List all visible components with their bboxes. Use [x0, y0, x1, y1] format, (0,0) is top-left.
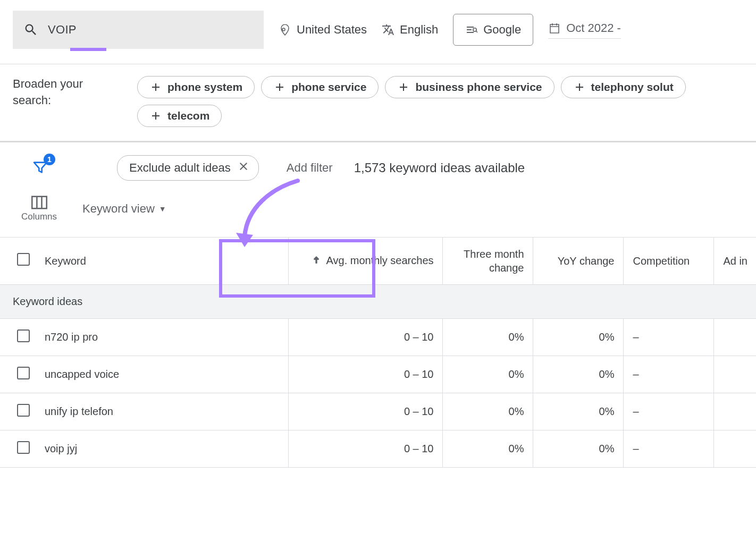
chip-label: phone system — [167, 81, 242, 94]
header-competition[interactable]: Competition — [623, 238, 713, 285]
date-range-filter[interactable]: Oct 2022 - — [548, 21, 621, 39]
network-label: Google — [483, 23, 521, 37]
dropdown-icon: ▼ — [159, 205, 166, 213]
cell-competition: – — [623, 430, 713, 468]
row-checkbox[interactable] — [17, 404, 30, 417]
broaden-label: Broaden your search: — [13, 76, 119, 109]
keyword-ideas-table: Keyword Avg. monthly searches Three mont… — [0, 237, 756, 468]
cell-avg-searches: 0 – 10 — [288, 430, 442, 468]
cell-competition: – — [623, 393, 713, 430]
location-pin-icon — [279, 23, 291, 36]
broaden-chip[interactable]: phone system — [137, 76, 255, 98]
date-range-label: Oct 2022 - — [566, 21, 621, 35]
section-header-label: Keyword ideas — [0, 285, 756, 319]
remove-filter-button[interactable] — [237, 160, 250, 176]
plus-icon — [573, 81, 586, 94]
row-checkbox-cell — [0, 319, 32, 356]
cell-three-month: 0% — [442, 356, 533, 393]
broaden-chip[interactable]: phone service — [261, 76, 379, 98]
language-filter[interactable]: English — [382, 23, 438, 37]
cell-keyword: unify ip telefon — [32, 393, 288, 430]
chip-label: telecom — [167, 109, 209, 122]
header-avg-label: Avg. monthly searches — [326, 255, 434, 266]
chip-label: phone service — [291, 81, 366, 94]
cell-avg-searches: 0 – 10 — [288, 319, 442, 356]
search-query: VOIP — [48, 23, 77, 37]
row-checkbox[interactable] — [17, 367, 30, 379]
header-three-month[interactable]: Three month change — [442, 238, 533, 285]
section-header-row: Keyword ideas — [0, 285, 756, 319]
location-filter[interactable]: United States — [279, 23, 367, 37]
calendar-icon — [548, 22, 561, 35]
cell-three-month: 0% — [442, 430, 533, 468]
broaden-search-section: Broaden your search: phone system phone … — [0, 64, 756, 142]
plus-icon — [273, 81, 286, 94]
cell-ad — [713, 430, 756, 468]
ideas-available-count: 1,573 keyword ideas available — [354, 160, 525, 175]
header-checkbox-cell — [0, 238, 32, 285]
table-row: uncapped voice0 – 100%0%– — [0, 356, 756, 393]
cell-three-month: 0% — [442, 393, 533, 430]
svg-rect-2 — [32, 197, 47, 209]
row-checkbox[interactable] — [17, 441, 30, 454]
search-underline — [70, 48, 106, 51]
sort-ascending-icon — [311, 255, 322, 268]
table-row: unify ip telefon0 – 100%0%– — [0, 393, 756, 430]
cell-ad — [713, 393, 756, 430]
columns-icon — [31, 196, 47, 209]
cell-avg-searches: 0 – 10 — [288, 393, 442, 430]
translate-icon — [382, 23, 394, 36]
cell-three-month: 0% — [442, 319, 533, 356]
keyword-view-select[interactable]: Keyword view ▼ — [82, 202, 166, 216]
chip-label: telephony solut — [591, 81, 674, 94]
cell-keyword: voip jyj — [32, 430, 288, 468]
cell-yoy: 0% — [533, 393, 623, 430]
chip-label: business phone service — [415, 81, 542, 94]
row-checkbox-cell — [0, 430, 32, 468]
search-box[interactable]: VOIP — [13, 11, 264, 49]
cell-ad — [713, 319, 756, 356]
view-select-label: Keyword view — [82, 202, 155, 216]
svg-line-1 — [476, 31, 477, 32]
cell-yoy: 0% — [533, 319, 623, 356]
header-avg-monthly-searches[interactable]: Avg. monthly searches — [288, 238, 442, 285]
view-controls-row: Columns Keyword view ▼ — [0, 189, 756, 237]
active-filter-chip[interactable]: Exclude adult ideas — [117, 155, 259, 181]
select-all-checkbox[interactable] — [17, 253, 30, 266]
table-row: voip jyj0 – 100%0%– — [0, 430, 756, 468]
broaden-chip[interactable]: business phone service — [385, 76, 554, 98]
row-checkbox-cell — [0, 356, 32, 393]
filters-toolbar: 1 Exclude adult ideas Add filter 1,573 k… — [0, 142, 756, 189]
filter-count-badge: 1 — [44, 154, 55, 165]
cell-competition: – — [623, 319, 713, 356]
table-row: n720 ip pro0 – 100%0%– — [0, 319, 756, 356]
columns-label: Columns — [21, 212, 57, 222]
filter-funnel-button[interactable]: 1 — [32, 159, 49, 177]
row-checkbox-cell — [0, 393, 32, 430]
cell-keyword: n720 ip pro — [32, 319, 288, 356]
row-checkbox[interactable] — [17, 329, 30, 342]
add-filter-button[interactable]: Add filter — [287, 161, 333, 175]
location-label: United States — [297, 23, 367, 37]
network-filter[interactable]: Google — [453, 14, 533, 46]
cell-competition: – — [623, 356, 713, 393]
plus-icon — [149, 81, 162, 94]
broaden-chip[interactable]: telephony solut — [561, 76, 686, 98]
top-filters-bar: VOIP United States English Google Oct 20… — [0, 0, 756, 64]
header-keyword[interactable]: Keyword — [32, 238, 288, 285]
search-icon — [23, 22, 38, 37]
header-yoy[interactable]: YoY change — [533, 238, 623, 285]
cell-yoy: 0% — [533, 356, 623, 393]
broaden-chips: phone system phone service business phon… — [137, 76, 743, 127]
close-icon — [237, 160, 250, 173]
plus-icon — [397, 81, 410, 94]
language-label: English — [400, 23, 438, 37]
columns-button[interactable]: Columns — [21, 196, 57, 222]
header-ad-impressions[interactable]: Ad in — [713, 238, 756, 285]
cell-ad — [713, 356, 756, 393]
network-icon — [465, 23, 478, 36]
active-filter-label: Exclude adult ideas — [129, 161, 231, 175]
cell-keyword: uncapped voice — [32, 356, 288, 393]
plus-icon — [149, 109, 162, 122]
broaden-chip[interactable]: telecom — [137, 105, 222, 127]
